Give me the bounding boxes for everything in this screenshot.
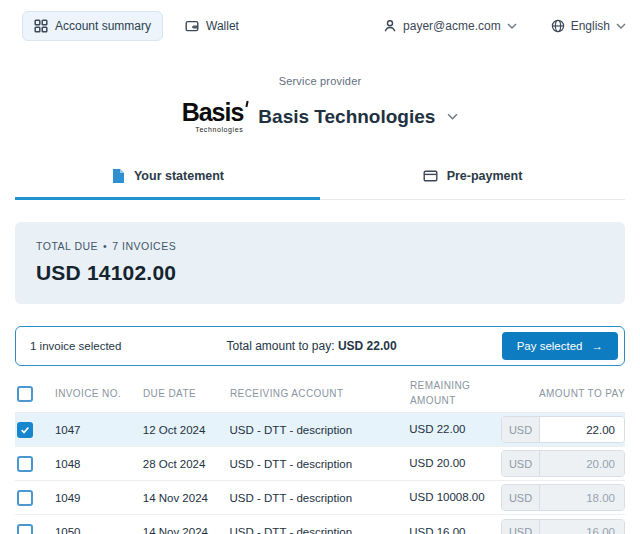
header-receiving-account: RECEIVING ACCOUNT [230,388,410,399]
wallet-icon [185,19,199,33]
amount-to-pay-input[interactable] [540,417,624,442]
arrow-right-icon: → [592,340,604,352]
document-icon [111,168,125,184]
user-icon [383,19,397,33]
tab-your-statement[interactable]: Your statement [15,157,320,199]
amount-to-pay-group: USD [501,484,625,511]
wallet-label: Wallet [206,19,239,33]
due-date-cell: 28 Oct 2024 [143,458,230,470]
grid-icon [34,19,48,33]
invoice-no-cell: 1050 [55,526,143,534]
currency-prefix: USD [502,417,540,442]
table-row: 1048 28 Oct 2024 USD - DTT - description… [15,447,625,481]
user-email: payer@acme.com [403,19,501,33]
total-to-pay: Total amount to pay: USD 22.00 [121,339,501,353]
table-header: INVOICE NO. DUE DATE RECEIVING ACCOUNT R… [15,375,625,413]
currency-prefix: USD [502,520,540,534]
invoice-no-cell: 1049 [55,492,143,504]
selected-count: 1 invoice selected [30,340,121,352]
chevron-down-icon [447,113,458,120]
receiving-account-cell: USD - DTT - description [230,492,410,504]
row-checkbox[interactable] [17,456,33,472]
wallet-button[interactable]: Wallet [173,11,251,41]
topbar: Account summary Wallet payer@acme.com [0,0,640,49]
currency-prefix: USD [502,485,540,510]
remaining-amount-cell: USD 10008.00 [409,489,501,506]
account-summary-button[interactable]: Account summary [22,11,163,41]
provider-select[interactable]: Basis Technologies [258,106,458,128]
select-all-checkbox[interactable] [17,386,33,402]
receiving-account-cell: USD - DTT - description [230,458,410,470]
header-due-date: DUE DATE [143,388,230,399]
chevron-down-icon [616,23,626,29]
header-amount-to-pay: AMOUNT TO PAY [502,388,625,399]
invoice-no-cell: 1048 [55,458,143,470]
table-row: 1049 14 Nov 2024 USD - DTT - description… [15,481,625,515]
row-checkbox[interactable] [17,490,33,506]
amount-to-pay-input[interactable] [540,485,624,510]
amount-to-pay-input[interactable] [540,520,624,534]
language-menu[interactable]: English [551,19,626,33]
due-date-cell: 14 Nov 2024 [143,492,230,504]
receiving-account-cell: USD - DTT - description [230,526,410,534]
service-provider-label: Service provider [0,75,640,87]
tab-pre-payment[interactable]: Pre-payment [320,157,625,199]
globe-icon [551,19,565,33]
row-checkbox[interactable] [17,422,33,438]
table-body: 1047 12 Oct 2024 USD - DTT - description… [15,413,625,534]
table-row: 1050 14 Nov 2024 USD - DTT - description… [15,515,625,534]
header-remaining-amount: REMAINING AMOUNT [410,379,502,408]
provider-logo: Basis Technologies [182,100,244,133]
invoice-table: INVOICE NO. DUE DATE RECEIVING ACCOUNT R… [15,375,625,534]
provider-name: Basis Technologies [258,106,435,128]
tab-label: Your statement [134,169,224,183]
amount-to-pay-group: USD [501,416,625,443]
language-label: English [571,19,610,33]
currency-prefix: USD [502,451,540,476]
due-date-cell: 12 Oct 2024 [143,424,230,436]
remaining-amount-cell: USD 22.00 [409,421,501,438]
pay-selected-button[interactable]: Pay selected → [502,332,618,360]
account-summary-label: Account summary [55,19,151,33]
invoice-no-cell: 1047 [55,424,143,436]
table-row: 1047 12 Oct 2024 USD - DTT - description… [15,413,625,447]
remaining-amount-cell: USD 16.00 [409,524,501,534]
receiving-account-cell: USD - DTT - description [230,424,410,436]
total-due-card: TOTAL DUE•7 INVOICES USD 14102.00 [15,222,625,304]
user-menu[interactable]: payer@acme.com [383,19,517,33]
amount-to-pay-group: USD [501,450,625,477]
service-provider-section: Service provider Basis Technologies Basi… [0,75,640,133]
selection-bar: 1 invoice selected Total amount to pay: … [15,326,625,366]
provider-logo-sub: Technologies [182,126,244,133]
row-checkbox[interactable] [17,524,33,534]
due-date-cell: 14 Nov 2024 [143,526,230,534]
total-to-pay-amount: USD 22.00 [338,339,397,353]
header-invoice-no: INVOICE NO. [55,388,143,399]
amount-to-pay-input[interactable] [540,451,624,476]
card-icon [423,169,438,183]
provider-logo-main: Basis [182,100,244,125]
remaining-amount-cell: USD 20.00 [409,455,501,472]
total-due-label: TOTAL DUE•7 INVOICES [36,240,604,252]
tab-label: Pre-payment [447,169,523,183]
amount-to-pay-group: USD [501,519,625,534]
chevron-down-icon [507,23,517,29]
tab-bar: Your statement Pre-payment [15,157,625,200]
total-due-amount: USD 14102.00 [36,261,604,285]
